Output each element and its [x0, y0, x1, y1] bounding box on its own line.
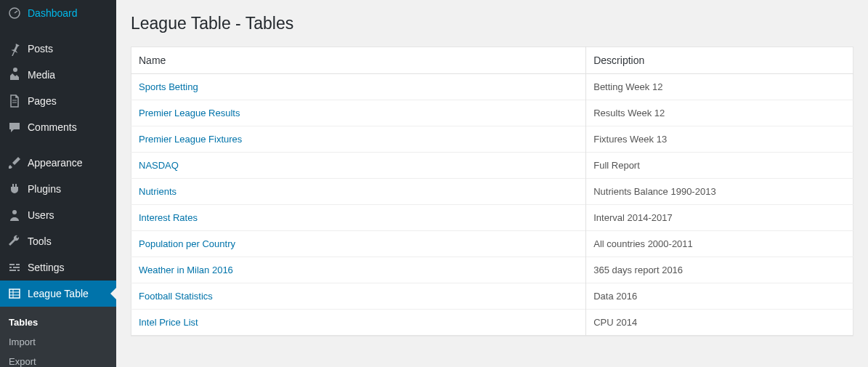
sidebar-item-tools[interactable]: Tools [0, 228, 116, 254]
comment-icon [7, 120, 22, 134]
table-row: Football Statistics Data 2016 [131, 283, 853, 310]
sidebar-item-label: Plugins [28, 183, 61, 195]
row-description: Interval 2014-2017 [586, 205, 853, 231]
row-title-link[interactable]: NASDAQ [139, 160, 179, 171]
row-description: All countries 2000-2011 [586, 231, 853, 257]
page-title: League Table - Tables [131, 7, 853, 47]
row-description: Nutrients Balance 1990-2013 [586, 179, 853, 205]
row-title-link[interactable]: Premier League Results [139, 108, 240, 118]
sidebar-item-label: League Table [28, 288, 89, 299]
row-title-link[interactable]: Football Statistics [139, 291, 213, 302]
sliders-icon [7, 260, 22, 275]
row-title-link[interactable]: Weather in Milan 2016 [139, 265, 233, 275]
row-description: Data 2016 [586, 283, 853, 310]
svg-rect-5 [9, 289, 20, 298]
sidebar-item-label: Dashboard [28, 7, 78, 19]
sidebar-item-settings[interactable]: Settings [0, 254, 116, 281]
sidebar-item-label: Comments [28, 121, 77, 133]
brush-icon [7, 156, 22, 170]
table-row: Premier League Results Results Week 12 [131, 100, 853, 126]
submenu-item-export[interactable]: Export [0, 352, 116, 367]
tables-list: Name Description Sports Betting Betting … [131, 47, 853, 336]
sidebar-item-label: Tools [28, 235, 52, 247]
row-description: Betting Week 12 [586, 74, 853, 100]
row-title-link[interactable]: Interest Rates [139, 212, 198, 223]
sidebar-item-label: Posts [28, 43, 53, 55]
table-row: Premier League Fixtures Fixtures Week 13 [131, 126, 853, 153]
row-description: Full Report [586, 153, 853, 179]
table-row: Interest Rates Interval 2014-2017 [131, 205, 853, 231]
sidebar-item-label: Users [28, 209, 54, 221]
submenu-item-import[interactable]: Import [0, 332, 116, 352]
page-icon [7, 94, 22, 108]
table-row: Sports Betting Betting Week 12 [131, 74, 853, 100]
pin-icon [7, 41, 22, 56]
row-title-link[interactable]: Nutrients [139, 186, 177, 197]
media-icon [7, 68, 22, 82]
sidebar-item-dashboard[interactable]: Dashboard [0, 0, 116, 26]
table-row: Intel Price List CPU 2014 [131, 310, 853, 336]
table-row: Weather in Milan 2016 365 days report 20… [131, 257, 853, 283]
table-row: NASDAQ Full Report [131, 153, 853, 179]
sidebar-item-posts[interactable]: Posts [0, 36, 116, 62]
dashboard-icon [7, 6, 22, 20]
sidebar-item-label: Settings [28, 262, 65, 273]
table-row: Population per Country All countries 200… [131, 231, 853, 257]
sidebar-item-label: Pages [28, 95, 57, 107]
sidebar-item-comments[interactable]: Comments [0, 114, 116, 140]
admin-sidebar: Dashboard Posts Media Pages Comments App… [0, 0, 116, 367]
plug-icon [7, 182, 22, 196]
sidebar-item-appearance[interactable]: Appearance [0, 150, 116, 176]
sidebar-item-label: Appearance [28, 157, 83, 169]
row-title-link[interactable]: Population per Country [139, 238, 235, 249]
row-description: Fixtures Week 13 [586, 126, 853, 153]
sidebar-item-plugins[interactable]: Plugins [0, 176, 116, 202]
table-icon [7, 286, 22, 301]
sidebar-item-label: Media [28, 69, 55, 81]
user-icon [7, 208, 22, 222]
sidebar-item-media[interactable]: Media [0, 62, 116, 88]
row-description: Results Week 12 [586, 100, 853, 126]
sidebar-item-users[interactable]: Users [0, 202, 116, 228]
main-content: League Table - Tables Name Description S… [116, 0, 868, 367]
row-title-link[interactable]: Premier League Fixtures [139, 134, 242, 145]
sidebar-submenu: Tables Import Export [0, 307, 116, 367]
svg-point-4 [12, 210, 17, 214]
column-header-description[interactable]: Description [586, 47, 853, 74]
sidebar-item-pages[interactable]: Pages [0, 88, 116, 114]
column-header-name[interactable]: Name [131, 47, 586, 74]
row-description: 365 days report 2016 [586, 257, 853, 283]
wrench-icon [7, 234, 22, 249]
sidebar-item-league-table[interactable]: League Table [0, 281, 116, 307]
table-row: Nutrients Nutrients Balance 1990-2013 [131, 179, 853, 205]
row-title-link[interactable]: Intel Price List [139, 317, 198, 328]
row-description: CPU 2014 [586, 310, 853, 336]
row-title-link[interactable]: Sports Betting [139, 81, 198, 92]
submenu-item-tables[interactable]: Tables [0, 312, 116, 332]
